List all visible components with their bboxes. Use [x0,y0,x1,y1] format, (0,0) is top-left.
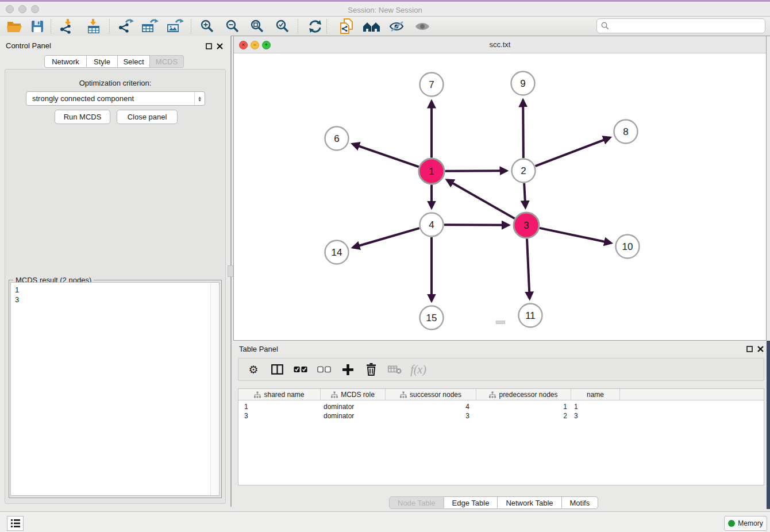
control-panel-tabs: Network Style Select MCDS [44,55,184,68]
tab-style[interactable]: Style [87,55,118,68]
graph-node-label-7: 7 [429,79,434,90]
cell-name[interactable]: 3 [571,412,620,420]
graph-edge-4-3[interactable] [444,225,509,225]
export-network-button[interactable] [116,18,136,34]
apply-layout-button[interactable] [305,18,325,34]
delete-table-icon[interactable] [388,363,402,376]
toolbar-separator [298,19,299,33]
hide-selected-button[interactable] [387,18,407,34]
network-window-titlebar[interactable]: × − + scc.txt [234,36,766,53]
tab-mcds[interactable]: MCDS [150,55,184,68]
save-session-button[interactable] [28,18,47,34]
import-network-button[interactable] [57,18,77,34]
search-box[interactable] [596,18,765,33]
import-network-icon [60,19,75,34]
toolbar-separator [326,19,328,33]
clone-network-icon [340,18,353,34]
column-tree-icon [489,391,496,398]
cell-mcds-role[interactable]: dominator [321,412,386,420]
zoom-fit-button[interactable] [248,18,267,34]
graph-node-label-4: 4 [429,219,434,230]
graph-node-label-8: 8 [623,126,628,137]
close-panel-icon[interactable] [217,43,223,49]
graph-edge-4-14[interactable] [353,228,419,248]
column-header-successor-nodes[interactable]: successor nodes [386,389,476,400]
run-mcds-button[interactable]: Run MCDS [55,110,110,124]
column-header-predecessor-nodes[interactable]: predecessor nodes [476,389,571,400]
add-column-icon[interactable] [341,363,355,376]
graph-edge-2-9[interactable] [523,100,523,158]
float-panel-icon[interactable] [206,43,212,49]
close-panel-button[interactable]: Close panel [117,110,178,124]
graph-edge-3-1[interactable] [447,180,515,218]
column-header-mcds-role[interactable]: MCDS role [321,389,386,400]
show-columns-icon[interactable] [270,363,284,376]
column-header-name[interactable]: name [571,389,620,400]
task-history-button[interactable] [7,516,24,531]
cell-shared-name[interactable]: 1 [238,403,321,411]
cell-successor-nodes[interactable]: 3 [386,412,476,420]
graph-node-label-6: 6 [334,133,339,144]
cell-predecessor-nodes[interactable]: 2 [476,412,571,420]
memory-button[interactable]: Memory [724,516,767,531]
cell-predecessor-nodes[interactable]: 1 [476,403,571,411]
export-network-icon [118,19,134,34]
import-table-button[interactable] [84,18,103,34]
export-image-button[interactable] [165,18,185,34]
table-options-gear-icon[interactable]: ⚙ [247,363,260,376]
deselect-all-columns-icon[interactable] [317,363,331,376]
cell-successor-nodes[interactable]: 4 [386,403,476,411]
toolbar-separator [51,19,52,33]
column-header-shared-name[interactable]: shared name [238,389,321,400]
tab-network-table[interactable]: Network Table [498,496,561,509]
table-panel: Table Panel ⚙ f(x) shared name [233,341,767,510]
first-neighbors-button[interactable] [362,18,382,34]
table-toolbar: ⚙ f(x) [238,358,764,381]
graph-edge-1-6[interactable] [353,144,419,167]
zoom-selected-button[interactable] [273,18,292,34]
show-all-button[interactable] [413,18,432,34]
graph-edge-3-10[interactable] [540,228,611,243]
mcds-result-textarea[interactable]: 1 3 [10,282,220,496]
zoom-in-button[interactable] [198,18,217,34]
float-table-panel-icon[interactable] [746,346,753,352]
table-panel-title: Table Panel [239,345,278,353]
graph-edge-2-8[interactable] [536,138,610,167]
cell-mcds-role[interactable]: dominator [321,403,386,411]
select-all-columns-icon[interactable] [294,363,307,376]
column-label: MCDS role [341,391,375,399]
graph-edge-1-2[interactable] [445,171,506,171]
tab-select[interactable]: Select [118,55,150,68]
network-resize-grip[interactable] [496,321,505,324]
main-toolbar [0,17,770,36]
cell-shared-name[interactable]: 3 [238,412,321,420]
export-image-icon [167,19,184,34]
graph-edge-2-3[interactable] [524,183,525,207]
close-table-panel-icon[interactable] [757,346,764,352]
zoom-out-icon [226,20,240,33]
clone-network-button[interactable] [337,18,356,34]
cell-name[interactable]: 1 [571,403,620,411]
eye-icon [414,21,430,32]
zoom-out-button[interactable] [223,18,242,34]
result-scrollbar[interactable] [210,283,218,495]
export-table-icon [141,19,159,34]
graph-edge-3-11[interactable] [527,238,530,298]
control-panel: Control Panel Network Style Select MCDS … [0,36,232,507]
tab-network[interactable]: Network [44,55,87,68]
list-icon [11,519,20,527]
network-graph-canvas[interactable]: 7968124314101511 [234,53,766,340]
control-panel-title: Control Panel [6,41,51,50]
criterion-select[interactable]: strongly connected component ▲▼ [26,91,205,106]
table-row[interactable]: 3 dominator 3 2 3 [238,411,764,421]
column-header-filler [620,389,764,400]
table-row[interactable]: 1 dominator 4 1 1 [238,400,764,411]
tab-edge-table[interactable]: Edge Table [444,496,498,509]
export-table-button[interactable] [140,18,160,34]
search-input[interactable] [611,21,765,30]
function-builder-icon[interactable]: f(x) [411,363,425,376]
tab-node-table[interactable]: Node Table [389,496,444,509]
tab-motifs[interactable]: Motifs [562,496,599,509]
delete-column-icon[interactable] [364,363,378,376]
open-session-button[interactable] [5,18,24,34]
